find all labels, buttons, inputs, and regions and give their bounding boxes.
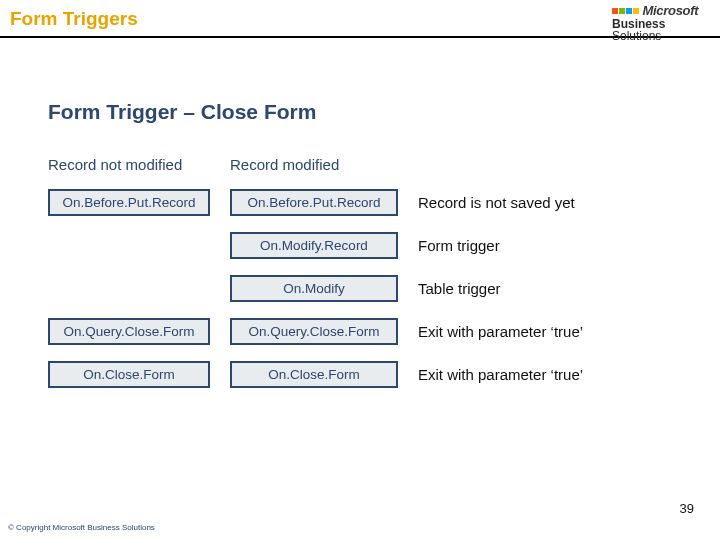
trigger-box: On.Query.Close.Form bbox=[230, 318, 398, 345]
trigger-box: On.Close.Form bbox=[230, 361, 398, 388]
copyright-text: © Copyright Microsoft Business Solutions bbox=[8, 523, 155, 532]
page-number: 39 bbox=[680, 501, 694, 516]
trigger-box: On.Close.Form bbox=[48, 361, 210, 388]
ms-logo: Microsoft Business Solutions bbox=[612, 4, 704, 43]
column-header-modified: Record modified bbox=[230, 156, 398, 173]
trigger-description: Exit with parameter ‘true’ bbox=[418, 366, 696, 383]
logo-square-icon bbox=[626, 8, 632, 14]
logo-square-icon bbox=[619, 8, 625, 14]
slide-header: Form Triggers Microsoft Business Solutio… bbox=[0, 0, 720, 56]
logo-square-icon bbox=[633, 8, 639, 14]
trigger-box: On.Before.Put.Record bbox=[48, 189, 210, 216]
slide-body: Form Trigger – Close Form Record not mod… bbox=[48, 100, 696, 480]
trigger-box: On.Modify.Record bbox=[230, 232, 398, 259]
trigger-box: On.Before.Put.Record bbox=[230, 189, 398, 216]
logo-text-solutions: Solutions bbox=[612, 29, 661, 43]
trigger-description: Table trigger bbox=[418, 280, 696, 297]
trigger-box: On.Query.Close.Form bbox=[48, 318, 210, 345]
slide-title: Form Triggers bbox=[10, 8, 138, 30]
trigger-description: Form trigger bbox=[418, 237, 696, 254]
trigger-box: On.Modify bbox=[230, 275, 398, 302]
column-header-not-modified: Record not modified bbox=[48, 156, 210, 173]
slide-subtitle: Form Trigger – Close Form bbox=[48, 100, 696, 124]
trigger-grid: Record not modified Record modified On.B… bbox=[48, 156, 696, 388]
trigger-description: Record is not saved yet bbox=[418, 194, 696, 211]
logo-square-icon bbox=[612, 8, 618, 14]
trigger-description: Exit with parameter ‘true’ bbox=[418, 323, 696, 340]
